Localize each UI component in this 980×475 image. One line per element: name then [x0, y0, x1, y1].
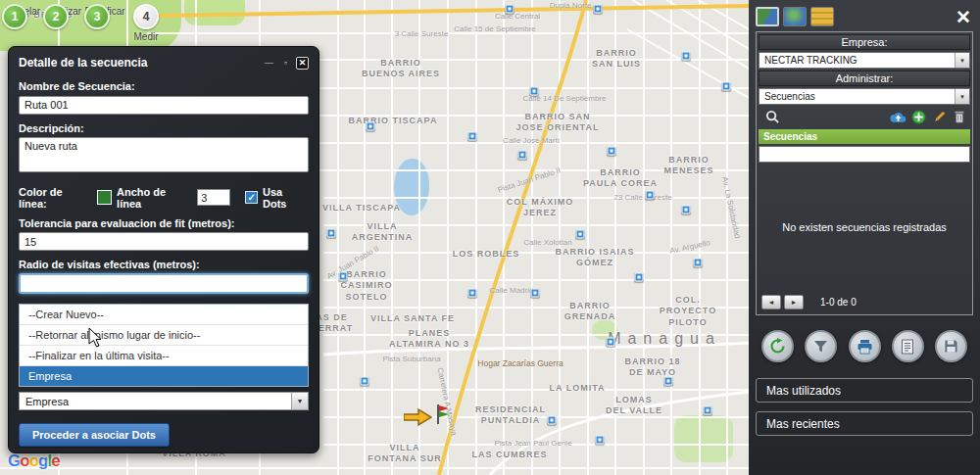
transit-stop-icon[interactable]	[468, 132, 477, 141]
chevron-down-icon[interactable]: ▼	[955, 53, 969, 68]
google-logo-letter: g	[38, 451, 47, 470]
add-icon[interactable]	[909, 109, 927, 126]
fit-tolerance-label: Tolerancia para evaluacion de fit (metro…	[19, 217, 309, 229]
admin-panel: Empresa: NECTAR TRACKING ▼ Administrar: …	[756, 31, 973, 315]
empresa-select[interactable]: Empresa ▼	[19, 392, 309, 410]
save-button[interactable]	[935, 330, 967, 362]
administrar-header: Administrar:	[759, 71, 970, 86]
empresa-dropdown-value: NECTAR TRACKING	[764, 55, 858, 66]
google-logo-letter: e	[51, 451, 59, 470]
cloud-upload-icon[interactable]	[889, 109, 906, 126]
transit-stop-icon[interactable]	[682, 52, 691, 61]
secuencias-list-header: Secuencias	[759, 129, 970, 144]
administrar-dropdown[interactable]: Secuencias ▼	[759, 88, 970, 105]
report-button[interactable]	[892, 330, 924, 362]
edit-pencil-icon[interactable]	[930, 109, 948, 126]
description-label: Descripción:	[19, 122, 309, 134]
line-width-label: Ancho de línea	[117, 186, 192, 210]
print-button[interactable]	[849, 330, 881, 362]
transit-stop-icon[interactable]	[607, 338, 615, 347]
google-logo-letter: o	[29, 451, 38, 470]
line-color-label: Color de línea:	[19, 186, 92, 210]
google-logo-letter: o	[20, 451, 28, 470]
transit-stop-icon[interactable]	[531, 289, 540, 298]
transit-stop-icon[interactable]	[682, 206, 691, 214]
transit-stop-icon[interactable]	[704, 406, 712, 415]
toolbar-item-analizar[interactable]: 2Analizar	[43, 4, 84, 42]
pagination-prev-icon[interactable]: ◄	[761, 295, 781, 309]
transit-stop-icon[interactable]	[548, 416, 557, 425]
delete-trash-icon[interactable]	[951, 109, 968, 126]
transit-stop-icon[interactable]	[367, 122, 375, 131]
proceed-associate-dots-button[interactable]: Proceder a asociar Dots	[19, 423, 170, 447]
maximize-icon[interactable]: ▫	[279, 57, 292, 70]
google-logo-letter: G	[8, 451, 20, 470]
list-option[interactable]: --Crear Nuevo--	[20, 305, 308, 325]
line-color-swatch[interactable]	[97, 190, 112, 205]
chevron-down-icon[interactable]: ▼	[291, 393, 308, 409]
pagination-status: 1-0 de 0	[820, 297, 857, 308]
toolbar-step-circle[interactable]: 4	[133, 4, 159, 29]
toolbar-step-circle[interactable]: 2	[43, 4, 69, 29]
sequence-name-input[interactable]	[19, 96, 309, 115]
close-icon[interactable]: ✕	[296, 57, 309, 70]
search-icon[interactable]	[763, 109, 781, 126]
transit-stop-icon[interactable]	[596, 436, 605, 445]
refresh-button[interactable]	[761, 330, 794, 362]
description-textarea[interactable]	[19, 137, 309, 172]
toolbar-item-planificar[interactable]: 3Planificar	[84, 4, 125, 42]
chevron-down-icon[interactable]: ▼	[955, 89, 969, 104]
sidebar-panel: ✕ Empresa: NECTAR TRACKING ▼ Administrar…	[749, 0, 980, 475]
flag-marker[interactable]	[435, 404, 451, 425]
transit-stop-icon[interactable]	[468, 289, 477, 298]
list-option[interactable]: Empresa	[20, 366, 308, 386]
transit-stop-icon[interactable]	[608, 147, 616, 156]
usa-dots-label: Usa Dots	[263, 186, 309, 210]
toolbar-step-circle[interactable]: 1	[2, 4, 27, 29]
tab-earth-icon[interactable]	[783, 7, 807, 26]
sequence-search-input[interactable]	[759, 146, 970, 163]
list-option[interactable]: --Retornar al mismo lugar de inicio--	[20, 325, 308, 346]
transit-stop-icon[interactable]	[646, 191, 655, 200]
empresa-dropdown[interactable]: NECTAR TRACKING ▼	[759, 52, 970, 69]
filter-button[interactable]	[805, 330, 837, 362]
transit-stop-icon[interactable]	[594, 5, 603, 14]
sequence-name-label: Nombre de Secuencia:	[19, 80, 309, 92]
sequence-options-listbox: --Crear Nuevo----Retornar al mismo lugar…	[19, 304, 309, 387]
transit-stop-icon[interactable]	[576, 230, 585, 239]
mas-utilizados-bar[interactable]: Mas utilizados	[756, 378, 973, 403]
visit-radius-label: Radio de visitas efectivas (metros):	[19, 259, 309, 270]
pagination-next-icon[interactable]: ►	[784, 295, 804, 309]
transit-stop-icon[interactable]	[339, 272, 348, 281]
transit-stop-icon[interactable]	[635, 273, 644, 282]
sequence-detail-dialog: Detalle de la secuencia — ▫ ✕ Nombre de …	[8, 46, 319, 453]
fit-tolerance-input[interactable]	[19, 232, 309, 251]
mas-recientes-bar[interactable]: Mas recientes	[756, 411, 973, 436]
toolbar-item-modelar[interactable]: 1Modelar	[2, 4, 43, 42]
line-width-input[interactable]	[197, 189, 230, 206]
transit-stop-icon[interactable]	[722, 82, 731, 91]
transit-stop-icon[interactable]	[664, 377, 673, 386]
app-root: LAS BRISASBARRIO BUENOS AIRESBARRIO SAN …	[0, 0, 980, 475]
administrar-dropdown-value: Secuencias	[764, 91, 815, 102]
toolbar-step-circle[interactable]: 3	[84, 4, 110, 29]
toolbar-item-medir[interactable]: 4Medir	[125, 4, 167, 42]
tab-map-icon[interactable]	[756, 7, 779, 26]
empresa-header: Empresa:	[759, 34, 970, 50]
list-option[interactable]: --Finalizar en la última visita--	[20, 346, 308, 366]
transit-stop-icon[interactable]	[530, 87, 539, 96]
transit-stop-icon[interactable]	[518, 151, 527, 160]
tab-database-icon[interactable]	[810, 7, 834, 26]
sidebar-close-icon[interactable]: ✕	[956, 8, 973, 26]
transit-stop-icon[interactable]	[506, 5, 514, 14]
transit-stop-icon[interactable]	[327, 229, 336, 238]
empty-list-message: No existen secuencias registradas	[782, 221, 947, 233]
visit-radius-input[interactable]	[19, 273, 309, 294]
usa-dots-checkbox[interactable]: ✓	[245, 191, 258, 204]
transit-stop-icon[interactable]	[694, 259, 703, 267]
minimize-icon[interactable]: —	[263, 57, 275, 70]
mode-toolbar: 1Modelar2Analizar3Planificar4Medir	[2, 4, 167, 42]
dialog-title: Detalle de la secuencia	[19, 56, 147, 70]
transit-stop-icon[interactable]	[361, 377, 369, 386]
route-arrow-marker[interactable]	[404, 407, 433, 427]
